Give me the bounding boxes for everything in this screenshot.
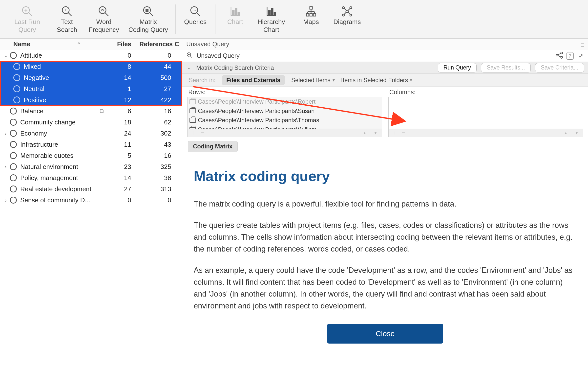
search-opt-files[interactable]: Files and Externals [222,75,285,85]
svg-line-5 [68,13,72,16]
row-files: 27 [107,185,131,193]
disclosure-icon[interactable]: › [2,131,9,136]
link-icon: ⧉ [97,107,106,115]
svg-rect-33 [310,14,312,16]
disclosure-icon[interactable]: › [2,197,9,203]
word-frequency-button[interactable]: W WordFrequency [86,3,122,35]
svg-rect-24 [235,8,237,15]
col-files[interactable]: Files [109,41,133,48]
row-references: 325 [132,163,174,171]
save-results-button[interactable]: Save Results... [481,63,531,72]
text-search-button[interactable]: T TextSearch [50,3,84,35]
tree-row[interactable]: Positive12422 [0,94,182,106]
queries-button[interactable]: Queries [178,3,213,35]
row-name: Real estate development [20,185,96,193]
help-article: Matrix coding query The matrix coding qu… [182,152,588,321]
move-up-icon[interactable]: ▲ [562,131,569,135]
caret-down-icon: ▾ [410,77,412,83]
add-row-button[interactable]: + [190,129,196,137]
tree-row[interactable]: Negative14500 [0,72,182,83]
rows-item-label: Cases\\People\\Interview Participants\Ro… [198,97,315,106]
hierarchy-chart-button[interactable]: HierarchyChart [254,3,289,35]
help-icon[interactable]: ? [566,52,574,60]
columns-footer: + − ▲ ▼ [388,129,583,137]
case-icon [189,99,196,104]
magnifier-plus-icon [21,5,33,18]
svg-line-47 [344,12,346,14]
tree-row[interactable]: ›Natural environment23325 [0,161,182,172]
move-down-icon[interactable]: ▼ [573,131,580,135]
magnifier-plus-icon [186,52,193,60]
svg-rect-31 [310,7,312,9]
tree-row[interactable]: Balance⧉616 [0,106,182,117]
row-references: 0 [132,196,174,204]
tab-unsaved-query[interactable]: Unsaved Query [186,41,229,48]
close-button[interactable]: Close [327,324,443,344]
codes-tree[interactable]: ⌄Attitude00Mixed844Negative14500Neutral1… [0,50,182,206]
row-files: 18 [107,118,131,126]
panel-menu-icon[interactable]: ≡ [581,41,585,49]
last-run-query-button[interactable]: Last RunQuery [10,3,44,35]
matrix-coding-query-button[interactable]: MatrixCoding Query [124,3,173,35]
move-up-icon[interactable]: ▲ [361,131,368,135]
tab-strip[interactable]: Unsaved Query [182,39,588,50]
remove-row-button[interactable]: − [199,129,205,137]
rows-footer: + − ▲ ▼ [187,129,382,137]
col-extra[interactable]: C [175,41,182,48]
tree-row[interactable]: ⌄Attitude00 [0,50,182,61]
row-references: 44 [132,63,174,70]
row-name: Policy, management [20,174,96,182]
save-criteria-button[interactable]: Save Criteria... [535,63,584,72]
search-opt-folders[interactable]: Items in Selected Folders▾ [341,77,412,84]
row-references: 0 [132,52,174,59]
node-icon [10,163,17,170]
tree-row[interactable]: ›Economy24302 [0,128,182,139]
tree-row[interactable]: Mixed844 [0,61,182,72]
share-icon[interactable] [555,52,563,60]
magnifier-t-icon: T [61,5,73,18]
tree-row[interactable]: Neutral127 [0,83,182,94]
tree-row[interactable]: Policy, management1438 [0,172,182,184]
row-name: Mixed [24,63,96,70]
sort-indicator-icon[interactable]: ⌃ [73,41,85,47]
svg-rect-28 [269,11,270,15]
query-subheader: Unsaved Query ? ⤢ [182,50,588,62]
columns-list[interactable] [388,97,583,129]
svg-rect-34 [313,14,316,16]
tree-row[interactable]: Memorable quotes516 [0,150,182,161]
row-references: 62 [132,118,174,126]
disclosure-icon[interactable]: ⌄ [186,65,192,70]
rows-label: Rows: [187,89,382,96]
node-icon [10,152,17,159]
article-paragraph: As an example, a query could have the co… [194,264,573,312]
diagrams-button[interactable]: Diagrams [330,3,364,35]
search-in-label: Search in: [189,77,215,84]
search-opt-selected[interactable]: Selected Items▾ [291,77,335,84]
rows-item[interactable]: Cases\\People\\Interview Participants\Su… [188,106,382,116]
remove-col-button[interactable]: − [400,129,406,137]
svg-line-17 [197,13,200,16]
expand-icon[interactable]: ⤢ [577,53,585,59]
tree-row[interactable]: ›Sense of community D...00 [0,195,182,206]
columns-label: Columns: [388,89,583,96]
add-col-button[interactable]: + [391,129,397,137]
disclosure-icon[interactable]: ⌄ [2,52,9,58]
rows-item[interactable]: Cases\\People\\Interview Participants\Th… [188,116,382,125]
col-name[interactable]: Name [0,41,73,48]
node-icon [10,108,17,115]
run-query-button[interactable]: Run Query [438,63,477,72]
column-headers[interactable]: Name ⌃ Files References C [0,39,182,50]
tree-row[interactable]: Infrastructure1143 [0,139,182,150]
chart-button[interactable]: Chart [218,3,252,35]
rows-item[interactable]: Cases\\People\\Interview Participants\Ro… [188,97,382,106]
row-references: 27 [132,85,174,93]
col-references[interactable]: References [133,41,175,48]
tree-row[interactable]: Real estate development27313 [0,184,182,195]
move-down-icon[interactable]: ▼ [372,131,379,135]
tree-row[interactable]: Community change1862 [0,117,182,128]
rows-list[interactable]: Cases\\People\\Interview Participants\Ro… [187,97,382,129]
disclosure-icon[interactable]: › [2,164,9,170]
rows-item[interactable]: Cases\\People\\Interview Participants\Wi… [188,125,382,129]
coding-matrix-chip[interactable]: Coding Matrix [188,141,588,152]
maps-button[interactable]: Maps [294,3,328,35]
